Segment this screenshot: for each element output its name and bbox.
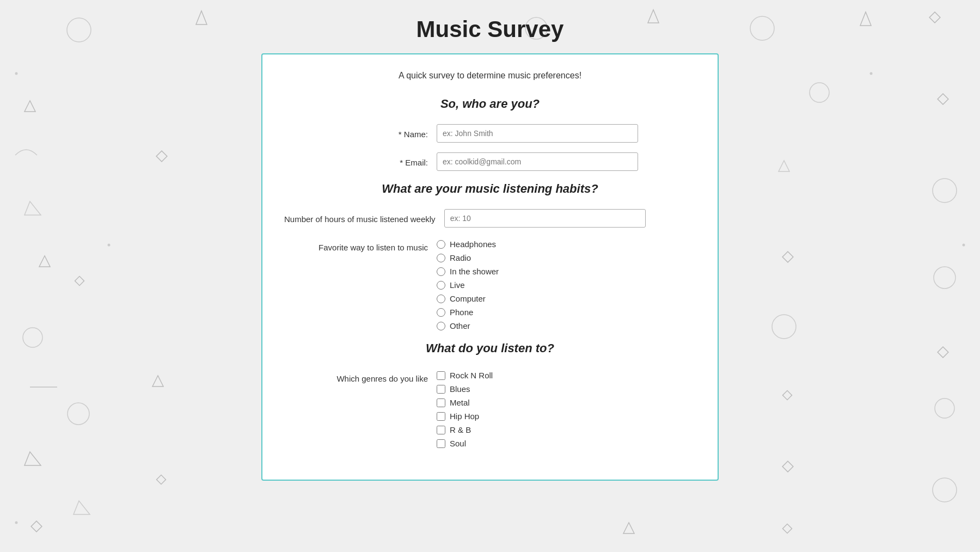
listen-way-row: Favorite way to listen to music Headphon…: [284, 237, 696, 330]
radio-shower[interactable]: In the shower: [437, 267, 499, 276]
radio-phone[interactable]: Phone: [437, 308, 499, 317]
radio-other[interactable]: Other: [437, 321, 499, 330]
email-label: * Email:: [284, 152, 437, 168]
checkbox-hiphop-input[interactable]: [437, 412, 445, 421]
radio-other-label: Other: [450, 321, 470, 330]
checkbox-hiphop-label: Hip Hop: [450, 412, 479, 421]
listen-way-label: Favorite way to listen to music: [284, 237, 437, 253]
radio-radio-input[interactable]: [437, 254, 445, 262]
checkbox-rnb-input[interactable]: [437, 426, 445, 434]
name-input[interactable]: [437, 124, 638, 143]
section-genres-title: What do you listen to?: [284, 341, 696, 355]
genres-row: Which genres do you like Rock N Roll Blu…: [284, 369, 696, 448]
genres-options: Rock N Roll Blues Metal Hip Hop R & B: [437, 369, 493, 448]
radio-headphones[interactable]: Headphones: [437, 240, 499, 249]
hours-field-row: Number of hours of music listened weekly: [284, 209, 696, 228]
survey-description: A quick survey to determine music prefer…: [284, 71, 696, 81]
checkbox-metal-label: Metal: [450, 398, 470, 407]
name-label: * Name:: [284, 124, 437, 140]
email-input[interactable]: [437, 152, 638, 171]
checkbox-soul-input[interactable]: [437, 439, 445, 448]
radio-computer[interactable]: Computer: [437, 294, 499, 303]
checkbox-soul-label: Soul: [450, 439, 466, 448]
radio-shower-label: In the shower: [450, 267, 499, 276]
svg-marker-14: [74, 501, 90, 514]
radio-live-label: Live: [450, 280, 465, 290]
name-field-row: * Name:: [284, 124, 696, 143]
radio-radio-label: Radio: [450, 253, 471, 262]
hours-input[interactable]: [444, 209, 646, 228]
radio-headphones-label: Headphones: [450, 240, 496, 249]
section-habits-title: What are your music listening habits?: [284, 182, 696, 196]
survey-form: A quick survey to determine music prefer…: [261, 53, 719, 481]
radio-computer-input[interactable]: [437, 295, 445, 303]
checkbox-rock[interactable]: Rock N Roll: [437, 371, 493, 380]
checkbox-soul[interactable]: Soul: [437, 439, 493, 448]
listen-way-options: Headphones Radio In the shower Live Comp…: [437, 237, 499, 330]
svg-rect-13: [31, 521, 42, 532]
radio-other-input[interactable]: [437, 322, 445, 330]
radio-headphones-input[interactable]: [437, 240, 445, 249]
email-field-row: * Email:: [284, 152, 696, 171]
checkbox-rnb[interactable]: R & B: [437, 425, 493, 434]
checkbox-blues-label: Blues: [450, 384, 470, 394]
checkbox-blues[interactable]: Blues: [437, 384, 493, 394]
genres-label: Which genres do you like: [284, 369, 437, 384]
page-title: Music Survey: [416, 16, 564, 42]
hours-label: Number of hours of music listened weekly: [284, 209, 444, 225]
radio-phone-input[interactable]: [437, 308, 445, 317]
section-identity-title: So, who are you?: [284, 97, 696, 111]
checkbox-rnb-label: R & B: [450, 425, 471, 434]
checkbox-rock-input[interactable]: [437, 371, 445, 380]
svg-marker-38: [623, 523, 634, 533]
radio-live[interactable]: Live: [437, 280, 499, 290]
radio-phone-label: Phone: [450, 308, 473, 317]
svg-rect-39: [783, 524, 792, 533]
checkbox-metal-input[interactable]: [437, 398, 445, 407]
checkbox-rock-label: Rock N Roll: [450, 371, 493, 380]
checkbox-metal[interactable]: Metal: [437, 398, 493, 407]
radio-live-input[interactable]: [437, 281, 445, 290]
svg-point-42: [15, 522, 18, 524]
radio-shower-input[interactable]: [437, 267, 445, 276]
radio-computer-label: Computer: [450, 294, 486, 303]
radio-radio[interactable]: Radio: [437, 253, 499, 262]
checkbox-hiphop[interactable]: Hip Hop: [437, 412, 493, 421]
checkbox-blues-input[interactable]: [437, 385, 445, 394]
